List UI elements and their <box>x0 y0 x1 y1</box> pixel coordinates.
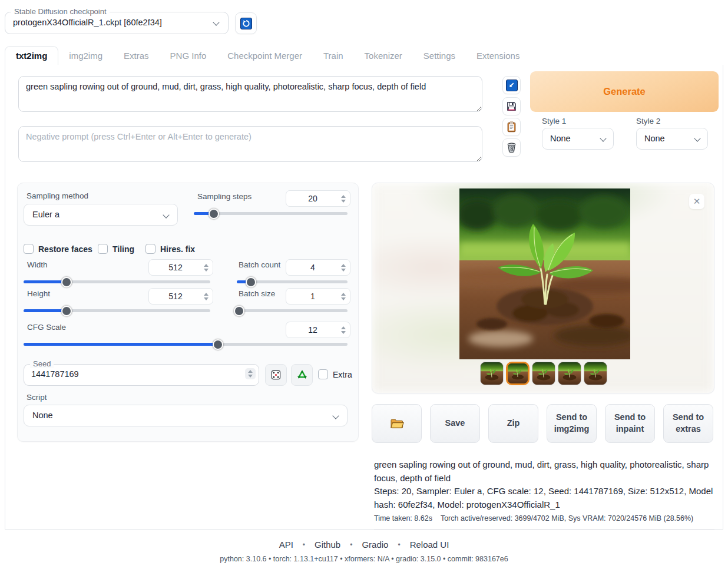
restore-faces-checkbox[interactable]: Restore faces <box>24 244 92 254</box>
seed-value[interactable] <box>31 369 226 379</box>
recycle-icon <box>296 369 308 381</box>
script-label: Script <box>27 393 47 402</box>
stepper-arrows[interactable] <box>339 195 350 203</box>
tab-png-info[interactable]: PNG Info <box>160 47 217 65</box>
width-slider[interactable] <box>24 280 210 283</box>
slider-knob[interactable] <box>246 277 256 287</box>
stepper-arrows[interactable] <box>339 326 350 334</box>
gallery-actions: Save Zip Send to img2img Send to inpaint… <box>372 404 714 443</box>
height-label: Height <box>27 289 50 298</box>
batch-size-value[interactable] <box>286 292 339 301</box>
style2-dropdown[interactable]: None <box>636 128 708 150</box>
hires-fix-checkbox[interactable]: Hires. fix <box>145 244 195 254</box>
slider-knob[interactable] <box>209 209 219 219</box>
tab-checkpoint-merger[interactable]: Checkpoint Merger <box>217 47 313 65</box>
slider-knob[interactable] <box>213 339 223 350</box>
tab-tokenizer[interactable]: Tokenizer <box>354 47 413 65</box>
negative-prompt-input[interactable] <box>18 126 482 162</box>
slider-knob[interactable] <box>61 306 72 316</box>
style2-label: Style 2 <box>636 117 660 125</box>
stepper-arrows[interactable] <box>202 293 213 300</box>
tab-txt2img[interactable]: txt2img <box>5 46 58 65</box>
checkbox[interactable] <box>24 244 34 254</box>
send-to-extras-button[interactable]: Send to extras <box>663 404 713 443</box>
tab-extensions[interactable]: Extensions <box>466 47 530 65</box>
checkbox[interactable] <box>98 244 108 254</box>
read-parameters-button[interactable] <box>502 76 521 94</box>
height-value[interactable] <box>149 292 202 301</box>
separator-dot: • <box>398 541 400 549</box>
checkpoint-label: Stable Diffusion checkpoint <box>11 7 110 16</box>
height-slider[interactable] <box>24 309 210 312</box>
slider-knob[interactable] <box>234 306 244 316</box>
send-to-img2img-button[interactable]: Send to img2img <box>547 404 597 443</box>
tab-img2img[interactable]: img2img <box>58 47 113 65</box>
github-link[interactable]: Github <box>315 540 340 550</box>
width-input[interactable] <box>148 259 213 276</box>
refresh-checkpoint-button[interactable] <box>235 12 257 34</box>
reuse-seed-button[interactable] <box>291 364 313 386</box>
cfg-scale-input[interactable] <box>286 322 350 338</box>
zip-button[interactable]: Zip <box>488 404 538 443</box>
thumbnail-1[interactable] <box>480 362 504 385</box>
seed-input[interactable]: Seed <box>24 364 259 386</box>
checkpoint-dropdown[interactable]: Stable Diffusion checkpoint protogenX34O… <box>5 12 229 34</box>
time-taken: Time taken: 8.62s <box>374 514 432 522</box>
sampling-steps-input[interactable] <box>286 190 350 207</box>
generated-image[interactable] <box>459 188 630 359</box>
checkbox[interactable] <box>145 244 155 254</box>
style1-dropdown[interactable]: None <box>542 128 614 150</box>
stepper-arrows[interactable] <box>245 368 256 379</box>
sampling-steps-value[interactable] <box>286 194 339 203</box>
tiling-checkbox[interactable]: Tiling <box>98 244 134 254</box>
sampling-steps-slider[interactable] <box>194 212 348 215</box>
folder-icon <box>390 418 404 429</box>
dice-icon <box>270 369 282 381</box>
cfg-scale-value[interactable] <box>286 325 339 335</box>
stepper-arrows[interactable] <box>339 264 350 272</box>
tab-train[interactable]: Train <box>313 47 354 65</box>
main-tab-bar: txt2img img2img Extras PNG Info Checkpoi… <box>5 46 723 65</box>
batch-count-input[interactable] <box>286 259 350 276</box>
tab-settings[interactable]: Settings <box>413 47 466 65</box>
separator-dot: • <box>303 541 305 549</box>
thumbnail-strip <box>480 362 607 385</box>
api-link[interactable]: API <box>279 540 293 550</box>
slider-knob[interactable] <box>61 277 72 287</box>
thumbnail-3[interactable] <box>532 362 555 385</box>
save-style-button[interactable] <box>502 97 521 115</box>
stepper-arrows[interactable] <box>339 293 350 300</box>
generate-button[interactable]: Generate <box>530 71 719 112</box>
send-to-inpaint-button[interactable]: Send to inpaint <box>605 404 655 443</box>
script-dropdown[interactable]: None <box>24 405 348 426</box>
random-seed-button[interactable] <box>265 364 287 386</box>
close-gallery-button[interactable]: ✕ <box>689 194 704 209</box>
cfg-scale-slider[interactable] <box>24 343 348 346</box>
batch-count-slider[interactable] <box>237 280 348 283</box>
batch-size-slider[interactable] <box>237 309 348 312</box>
tab-extras[interactable]: Extras <box>113 47 160 65</box>
cfg-scale-label: CFG Scale <box>27 323 66 332</box>
extra-seed-checkbox[interactable]: Extra <box>318 369 352 379</box>
width-value[interactable] <box>149 263 202 272</box>
chevron-down-icon <box>332 412 339 419</box>
apply-style-button[interactable] <box>502 118 521 136</box>
prompt-input[interactable]: green sapling rowing out of ground, mud,… <box>18 76 482 112</box>
clear-prompt-button[interactable] <box>502 138 521 157</box>
reload-ui-link[interactable]: Reload UI <box>410 540 449 550</box>
batch-count-value[interactable] <box>286 263 339 272</box>
thumbnail-5[interactable] <box>584 362 607 385</box>
checkbox[interactable] <box>318 369 328 379</box>
thumbnail-4[interactable] <box>558 362 581 385</box>
sampling-method-label: Sampling method <box>27 191 88 200</box>
sampling-method-value: Euler a <box>32 210 59 219</box>
chevron-down-icon <box>694 135 700 141</box>
sampling-method-dropdown[interactable]: Euler a <box>24 204 178 226</box>
height-input[interactable] <box>148 288 213 305</box>
batch-size-input[interactable] <box>286 288 350 305</box>
open-folder-button[interactable] <box>372 404 422 443</box>
save-button[interactable]: Save <box>430 404 480 443</box>
gradio-link[interactable]: Gradio <box>362 540 388 550</box>
stepper-arrows[interactable] <box>202 264 213 272</box>
thumbnail-2-selected[interactable] <box>506 362 530 385</box>
